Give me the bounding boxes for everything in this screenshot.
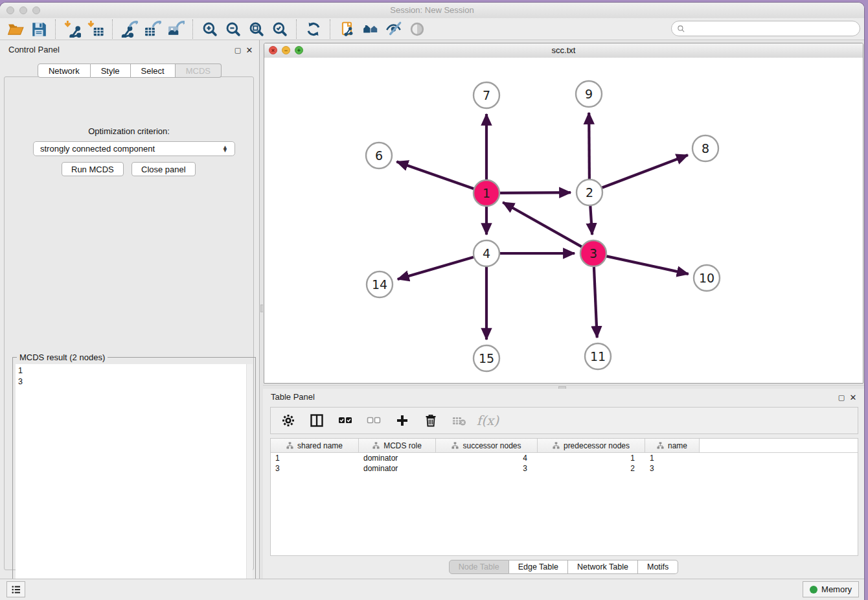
network-graph[interactable]: 7968124314101511 — [264, 58, 863, 384]
tab-motifs[interactable]: Motifs — [638, 560, 678, 574]
column-header-shared-name[interactable]: shared name — [271, 439, 359, 452]
node-label: 6 — [375, 148, 383, 163]
tab-style[interactable]: Style — [91, 63, 131, 78]
import-table-button[interactable] — [84, 19, 108, 39]
column-header-name[interactable]: name — [645, 439, 700, 452]
graph-node-7[interactable]: 7 — [474, 82, 499, 108]
show-panels-button[interactable] — [6, 581, 25, 597]
add-column-button[interactable] — [391, 410, 413, 431]
tab-node-table[interactable]: Node Table — [449, 560, 509, 574]
memory-status-icon — [810, 586, 817, 594]
graph-node-3[interactable]: 3 — [580, 240, 606, 266]
add-column-icon — [394, 413, 410, 428]
edge-4-14[interactable] — [398, 257, 476, 279]
graph-node-8[interactable]: 8 — [692, 135, 718, 161]
deselect-all-button[interactable] — [363, 410, 385, 431]
node-table[interactable]: shared nameMCDS rolesuccessor nodesprede… — [270, 438, 858, 556]
refresh-button[interactable] — [302, 19, 325, 39]
select-all-button[interactable] — [334, 410, 356, 431]
zoom-out-button[interactable] — [222, 19, 245, 39]
float-panel-icon[interactable]: ▢ — [233, 45, 242, 54]
graph-node-15[interactable]: 15 — [474, 345, 499, 371]
open-file-button[interactable] — [4, 19, 27, 39]
table-cell[interactable]: 3 — [436, 464, 538, 473]
graph-node-11[interactable]: 11 — [585, 343, 611, 369]
column-label: name — [668, 441, 687, 450]
node-label: 3 — [589, 246, 597, 260]
run-mcds-button[interactable]: Run MCDS — [62, 162, 124, 176]
table-cell[interactable]: 3 — [645, 464, 700, 473]
graph-node-10[interactable]: 10 — [694, 265, 720, 291]
table-row[interactable]: 3dominator323 — [271, 463, 858, 474]
edge-3-1[interactable] — [503, 202, 584, 248]
zoom-selected-button[interactable] — [268, 19, 291, 39]
edge-2-9[interactable] — [589, 113, 589, 181]
edge-1-2[interactable] — [497, 192, 571, 193]
table-cell[interactable]: dominator — [359, 464, 436, 473]
mcds-result-text[interactable]: 1 3 — [16, 364, 253, 600]
window-titlebar[interactable]: Session: New Session — [0, 3, 864, 19]
graph-node-4[interactable]: 4 — [474, 240, 499, 266]
apply-style-button[interactable] — [382, 19, 405, 39]
table-cell[interactable]: 2 — [538, 464, 645, 473]
edge-3-11[interactable] — [594, 264, 597, 338]
tab-network-table[interactable]: Network Table — [568, 560, 638, 574]
graph-node-1[interactable]: 1 — [474, 180, 499, 206]
delete-column-button[interactable] — [420, 410, 442, 431]
graph-node-6[interactable]: 6 — [366, 143, 392, 168]
first-neighbors-button[interactable] — [359, 19, 382, 39]
search-field[interactable] — [671, 21, 860, 36]
search-input[interactable] — [689, 23, 854, 34]
tab-select[interactable]: Select — [131, 63, 176, 78]
split-panel-icon — [309, 413, 325, 428]
edge-1-6[interactable] — [396, 162, 476, 190]
copy-network-button[interactable] — [336, 19, 359, 39]
tree-hierarchy-icon — [657, 442, 664, 449]
column-header-MCDS-role[interactable]: MCDS role — [359, 439, 436, 452]
table-cell[interactable]: 1 — [645, 454, 700, 463]
table-cell[interactable]: dominator — [359, 454, 436, 463]
column-header-successor-nodes[interactable]: successor nodes — [436, 439, 538, 452]
close-panel-icon[interactable]: ✕ — [849, 393, 858, 402]
control-panel-tabs: NetworkStyleSelectMCDS — [0, 63, 259, 78]
close-panel-icon[interactable]: ✕ — [245, 45, 254, 54]
window-title: Session: New Session — [0, 5, 864, 15]
import-network-button[interactable] — [61, 19, 84, 39]
float-panel-icon[interactable]: ▢ — [837, 393, 846, 402]
right-column: × − + scc.txt 7968124314101511 Table Pan… — [263, 40, 864, 579]
edge-2-8[interactable] — [600, 155, 688, 189]
close-panel-button[interactable]: Close panel — [131, 162, 196, 176]
criterion-select[interactable]: strongly connected component ▲▼ — [33, 141, 235, 156]
edge-2-3[interactable] — [590, 203, 592, 235]
table-cell[interactable]: 4 — [436, 454, 538, 463]
table-cell[interactable]: 1 — [538, 454, 645, 463]
table-settings-button[interactable] — [277, 410, 299, 431]
edge-3-10[interactable] — [604, 256, 689, 274]
delete-column-icon — [423, 413, 439, 428]
tab-network[interactable]: Network — [38, 63, 91, 78]
optimization-criterion-label: Optimization criterion: — [5, 126, 253, 136]
save-session-button[interactable] — [27, 19, 51, 39]
column-header-predecessor-nodes[interactable]: predecessor nodes — [538, 439, 645, 452]
network-canvas[interactable]: 7968124314101511 — [264, 58, 863, 383]
table-cell[interactable]: 3 — [271, 464, 359, 473]
graph-node-2[interactable]: 2 — [577, 179, 602, 205]
result-scrollbar[interactable] — [246, 364, 253, 600]
zoom-fit-button[interactable] — [245, 19, 268, 39]
tab-edge-table[interactable]: Edge Table — [509, 560, 568, 574]
split-panel-button[interactable] — [306, 410, 328, 431]
zoom-in-button[interactable] — [198, 19, 222, 39]
toolbar-separator — [55, 19, 56, 39]
memory-button[interactable]: Memory — [803, 581, 859, 597]
network-frame-titlebar[interactable]: × − + scc.txt — [264, 43, 863, 58]
control-panel-title: Control Panel — [8, 45, 60, 54]
table-cell[interactable]: 1 — [271, 454, 359, 463]
content-area: Control Panel ▢ ✕ NetworkStyleSelectMCDS… — [0, 40, 864, 579]
graph-node-14[interactable]: 14 — [367, 271, 393, 297]
export-image-button[interactable] — [165, 19, 188, 39]
export-table-button[interactable] — [141, 19, 165, 39]
graph-node-9[interactable]: 9 — [576, 81, 602, 107]
export-network-button[interactable] — [118, 19, 141, 39]
table-row[interactable]: 1dominator411 — [271, 453, 858, 463]
tab-mcds[interactable]: MCDS — [176, 63, 222, 78]
